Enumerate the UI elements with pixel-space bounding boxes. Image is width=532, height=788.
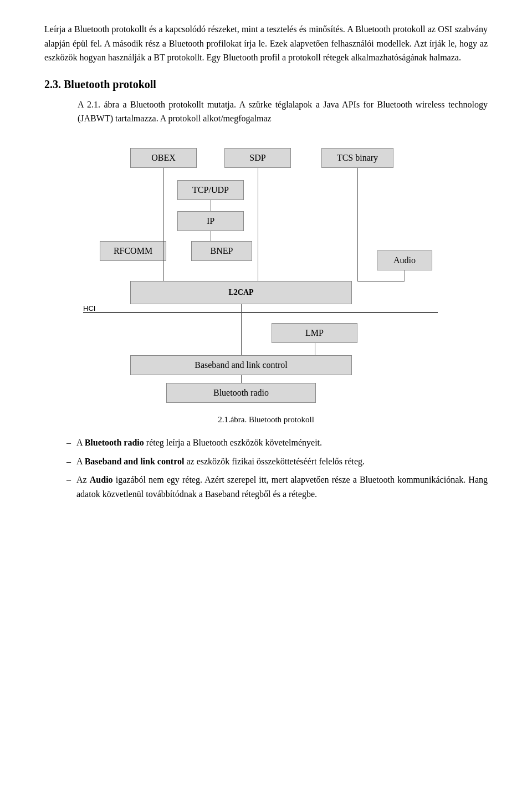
audio-bold: Audio <box>90 475 113 484</box>
figure-container: OBEX SDP TCS binary TCP/UDP IP RFCOMM BN… <box>44 142 488 424</box>
paragraph-1: Leírja a Bluetooth protokollt és a kapcs… <box>44 22 488 65</box>
protocol-diagram: OBEX SDP TCS binary TCP/UDP IP RFCOMM BN… <box>83 142 449 408</box>
bullet-1-prefix: A <box>76 438 85 447</box>
baseband-bold: Baseband and link control <box>85 457 185 466</box>
bullet-3-text: Az Audio igazából nem egy réteg. Azért s… <box>76 473 488 501</box>
btradio-box: Bluetooth radio <box>166 383 316 403</box>
tcs-line <box>357 168 358 281</box>
obex-line <box>163 168 164 281</box>
sdp-line <box>258 168 258 281</box>
figure-caption: 2.1.ábra. Bluetooth protokoll <box>218 415 314 424</box>
bullet-2-suffix: az eszközök fizikai összeköttetéséért fe… <box>184 457 365 466</box>
l2cap-bb-line <box>241 304 242 355</box>
hci-label: HCI <box>83 304 95 313</box>
audio-horiz <box>357 281 405 282</box>
sdp-box: SDP <box>224 148 291 168</box>
sub-paragraph-1: A 2.1. ábra a Bluetooth protokollt mutat… <box>78 98 488 126</box>
audio-box: Audio <box>377 250 432 270</box>
baseband-box: Baseband and link control <box>130 355 352 375</box>
obex-box: OBEX <box>130 148 197 168</box>
rfcomm-box: RFCOMM <box>100 241 166 261</box>
bullet-1-suffix: réteg leírja a Bluetooth eszközök követe… <box>144 438 322 447</box>
bb-radio-line <box>241 375 242 383</box>
bullet-item-1: A Bluetooth radio réteg leírja a Bluetoo… <box>66 436 488 450</box>
tcs-box: TCS binary <box>321 148 393 168</box>
bullet-1-text: A Bluetooth radio réteg leírja a Bluetoo… <box>76 436 322 450</box>
ip-bnep-line <box>211 231 211 241</box>
bullet-item-3: Az Audio igazából nem egy réteg. Azért s… <box>66 473 488 501</box>
bullet-3-suffix: igazából nem egy réteg. Azért szerepel i… <box>76 475 488 499</box>
audio-line <box>405 270 405 281</box>
l2cap-box: L2CAP <box>130 281 352 304</box>
tcpudp-box: TCP/UDP <box>177 180 244 200</box>
section-heading: 2.3. Bluetooth protokoll <box>44 78 488 91</box>
bullet-2-prefix: A <box>76 457 85 466</box>
ip-box: IP <box>177 211 244 231</box>
bnep-box: BNEP <box>191 241 252 261</box>
bullet-list: A Bluetooth radio réteg leírja a Bluetoo… <box>66 436 488 501</box>
bullet-3-prefix: Az <box>76 475 90 484</box>
bullet-item-2: A Baseband and link control az eszközök … <box>66 454 488 469</box>
bluetooth-radio-bold: Bluetooth radio <box>85 438 144 447</box>
bullet-2-text: A Baseband and link control az eszközök … <box>76 454 365 469</box>
tcpudp-ip-line <box>211 200 211 211</box>
hci-line <box>83 312 438 313</box>
lmp-box: LMP <box>272 323 357 343</box>
lmp-bb-line <box>315 343 315 355</box>
